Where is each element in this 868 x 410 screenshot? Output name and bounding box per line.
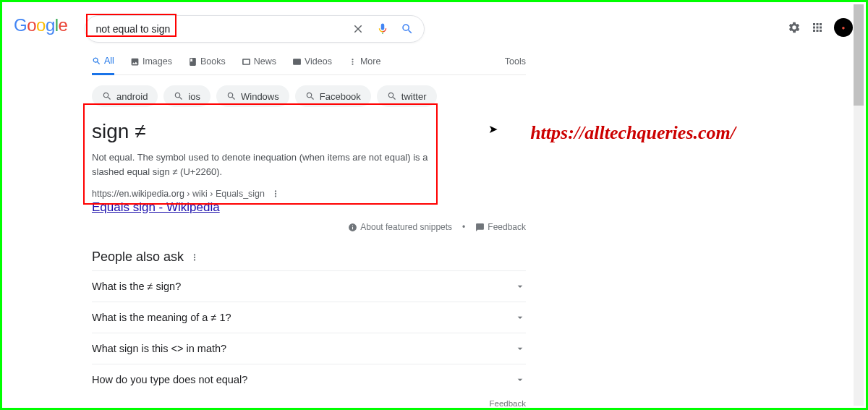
feedback-icon	[475, 223, 485, 232]
tab-all[interactable]: All	[92, 56, 114, 75]
tab-news[interactable]: News	[242, 56, 276, 74]
chevron-down-icon	[514, 312, 526, 323]
tools-link[interactable]: Tools	[505, 56, 526, 74]
google-logo[interactable]: Google	[14, 15, 67, 35]
featured-body: Not equal. The symbol used to denote ine…	[92, 150, 454, 179]
search-icon	[226, 91, 237, 101]
tab-videos[interactable]: Videos	[292, 56, 332, 74]
more-icon[interactable]	[190, 252, 200, 262]
result-breadcrumb: https://en.wikipedia.org › wiki › Equals…	[92, 189, 526, 199]
search-icon[interactable]	[401, 22, 414, 35]
chips-row: android ios Windows Facebook twitter	[92, 85, 526, 107]
featured-heading: sign ≠	[92, 120, 526, 143]
tab-books[interactable]: Books	[188, 56, 226, 74]
paa-title: People also ask	[92, 249, 526, 265]
chevron-down-icon	[514, 374, 526, 385]
people-also-ask: People also ask What is the ≠ sign? What…	[92, 249, 526, 408]
about-snippets-link[interactable]: About featured snippets	[360, 222, 452, 232]
search-bar[interactable]	[85, 15, 425, 43]
search-input[interactable]	[95, 23, 352, 35]
feedback-link[interactable]: Feedback	[488, 222, 526, 232]
tabs-row: All Images Books News Videos More Tools	[92, 56, 526, 75]
avatar[interactable]: ●	[834, 18, 853, 37]
paa-question[interactable]: What sign is this <> in math?	[92, 333, 526, 364]
paa-question[interactable]: How do you type does not equal?	[92, 364, 526, 395]
chip-ios[interactable]: ios	[163, 85, 210, 107]
chip-twitter[interactable]: twitter	[377, 85, 437, 107]
mic-icon[interactable]	[376, 22, 389, 35]
result-link[interactable]: Equals sign - Wikipedia	[92, 200, 220, 215]
settings-icon[interactable]	[788, 21, 801, 34]
search-icon	[387, 91, 397, 101]
scrollbar-thumb[interactable]	[854, 4, 864, 106]
chevron-down-icon	[514, 281, 526, 292]
search-icon	[174, 91, 184, 101]
chevron-down-icon	[514, 343, 526, 354]
chip-facebook[interactable]: Facebook	[295, 85, 371, 107]
clear-icon[interactable]	[352, 22, 365, 35]
paa-question[interactable]: What is the ≠ sign?	[92, 270, 526, 302]
featured-snippet: sign ≠ Not equal. The symbol used to den…	[92, 120, 526, 232]
tab-more[interactable]: More	[348, 56, 380, 74]
search-icon	[305, 91, 315, 101]
paa-feedback-link[interactable]: Feedback	[92, 399, 526, 408]
scrollbar[interactable]	[854, 4, 864, 406]
chip-android[interactable]: android	[92, 85, 158, 107]
watermark-text: https://alltechqueries.com/	[530, 122, 736, 144]
apps-icon[interactable]	[811, 21, 824, 34]
chip-windows[interactable]: Windows	[216, 85, 289, 107]
search-icon	[102, 91, 112, 101]
paa-question[interactable]: What is the meaning of a ≠ 1?	[92, 302, 526, 333]
info-icon[interactable]	[348, 223, 357, 232]
tab-images[interactable]: Images	[130, 56, 172, 74]
cursor-icon: ➤	[488, 122, 498, 136]
more-icon[interactable]	[271, 189, 281, 199]
